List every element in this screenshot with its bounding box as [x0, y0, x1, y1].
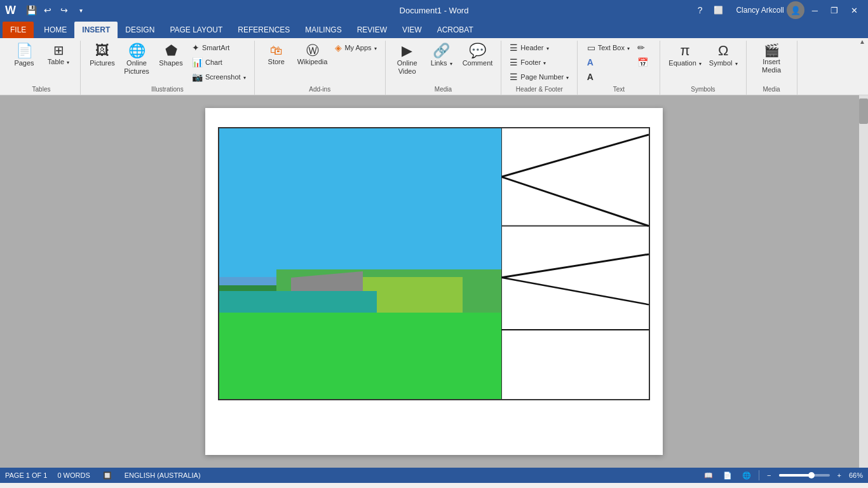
web-view-button[interactable]: 🌐 — [740, 470, 754, 481]
header-footer-small-group: ☰ Header ▾ ☰ Footer ▾ ☰ Page Number ▾ — [506, 41, 572, 84]
date-icon: 📅 — [637, 57, 648, 67]
header-button[interactable]: ☰ Header ▾ — [506, 41, 572, 55]
zoom-slider-fill — [779, 474, 813, 477]
teal-layer — [219, 291, 377, 313]
text-box-label: Text Box ▾ — [598, 44, 630, 51]
close-button[interactable]: ✕ — [846, 3, 863, 18]
status-bar: PAGE 1 OF 1 0 WORDS 🔲 ENGLISH (AUSTRALIA… — [0, 468, 868, 483]
help-button[interactable]: ? — [693, 3, 708, 18]
scrollbar-thumb[interactable] — [859, 98, 868, 124]
user-section: Clancy Arkcoll 👤 — [736, 1, 804, 19]
tab-page-layout[interactable]: PAGE LAYOUT — [162, 22, 230, 38]
table-button[interactable]: ⊞ Table ▾ — [42, 41, 75, 69]
online-pictures-icon: 🌐 — [128, 44, 146, 58]
tab-file[interactable]: FILE — [3, 22, 34, 38]
pictures-button[interactable]: 🖼 Pictures — [86, 41, 119, 71]
restore-button[interactable]: ❐ — [825, 3, 843, 18]
save-button[interactable]: 💾 — [24, 3, 39, 18]
zoom-out-button[interactable]: − — [764, 470, 773, 480]
tab-references[interactable]: REFERENCES — [230, 22, 297, 38]
chart-icon: 📊 — [192, 57, 203, 67]
page — [205, 108, 663, 455]
online-video-button[interactable]: ▶ OnlineVideo — [391, 41, 424, 79]
ribbon: 📄 Pages ⊞ Table ▾ Tables 🖼 Pictures 🌐 On… — [0, 38, 868, 95]
shapes-button[interactable]: ⬟ Shapes — [154, 41, 187, 71]
smartart-icon: ✦ — [192, 43, 200, 53]
ribbon-display-button[interactable]: ⬜ — [709, 3, 728, 17]
chart-button[interactable]: 📊 Chart — [189, 55, 249, 69]
insert-media-button[interactable]: 🎬 InsertMedia — [755, 41, 788, 78]
undo-button[interactable]: ↩ — [40, 3, 55, 18]
screenshot-button[interactable]: 📷 Screenshot ▾ — [189, 70, 249, 84]
comment-button[interactable]: 💬 Comment — [459, 41, 496, 71]
customize-qa-button[interactable]: ▾ — [73, 3, 88, 18]
user-name: Clancy Arkcoll — [736, 6, 783, 15]
ribbon-collapse-button[interactable]: ▲ — [859, 38, 865, 45]
proofing-button[interactable]: 🔲 — [100, 470, 114, 481]
insert-media-label: Media — [763, 85, 780, 95]
print-view-button[interactable]: 📄 — [721, 470, 735, 481]
insert-media-items: 🎬 InsertMedia — [755, 41, 788, 85]
zoom-slider-thumb[interactable] — [808, 472, 815, 478]
drawing-container — [218, 127, 650, 400]
read-view-button[interactable]: 📖 — [702, 470, 715, 481]
separator — [759, 470, 759, 480]
page-indicator: PAGE 1 OF 1 — [5, 471, 47, 479]
document-title: Document1 - Word — [400, 6, 469, 15]
my-apps-button[interactable]: ◈ My Apps ▾ — [332, 41, 379, 55]
symbol-button[interactable]: Ω Symbol ▾ — [706, 41, 741, 71]
links-button[interactable]: 🔗 Links ▾ — [425, 41, 458, 71]
redo-button[interactable]: ↪ — [57, 3, 72, 18]
text-label: Text — [613, 85, 625, 95]
chart-label: Chart — [205, 58, 222, 66]
store-button[interactable]: 🛍 Store — [260, 41, 293, 69]
signature-button[interactable]: ✏ — [634, 41, 654, 55]
tab-insert[interactable]: INSERT — [74, 22, 118, 38]
header-icon: ☰ — [510, 43, 518, 53]
ribbon-group-tables: 📄 Pages ⊞ Table ▾ Tables — [3, 41, 81, 95]
word-count: 0 WORDS — [57, 471, 90, 479]
zoom-in-button[interactable]: + — [835, 470, 844, 480]
wikipedia-icon: Ⓦ — [306, 44, 319, 57]
wikipedia-button[interactable]: Ⓦ Wikipedia — [294, 41, 331, 69]
word-icon: W — [5, 4, 16, 17]
vertical-scrollbar[interactable] — [859, 95, 868, 468]
ribbon-group-header-footer: ☰ Header ▾ ☰ Footer ▾ ☰ Page Number ▾ He… — [501, 41, 578, 95]
status-bar-right: 📖 📄 🌐 − + 66% — [702, 470, 863, 481]
drop-cap-button[interactable]: A — [584, 70, 633, 84]
ribbon-group-illustrations: 🖼 Pictures 🌐 OnlinePictures ⬟ Shapes ✦ S… — [81, 41, 255, 95]
text-box-icon: ▭ — [587, 43, 595, 53]
online-pictures-button[interactable]: 🌐 OnlinePictures — [120, 41, 153, 79]
addins-small-group: ◈ My Apps ▾ — [332, 41, 379, 55]
pictures-icon: 🖼 — [95, 44, 109, 58]
footer-button[interactable]: ☰ Footer ▾ — [506, 55, 572, 69]
equation-button[interactable]: π Equation ▾ — [665, 41, 704, 71]
wordart-button[interactable]: A — [584, 55, 633, 69]
tab-design[interactable]: DESIGN — [118, 22, 162, 38]
language-indicator: ENGLISH (AUSTRALIA) — [125, 471, 201, 479]
comment-icon: 💬 — [469, 44, 486, 58]
zoom-slider[interactable] — [779, 474, 830, 477]
pages-button[interactable]: 📄 Pages — [8, 41, 41, 71]
page-number-button[interactable]: ☰ Page Number ▾ — [506, 70, 572, 84]
illustrations-items: 🖼 Pictures 🌐 OnlinePictures ⬟ Shapes ✦ S… — [86, 41, 249, 85]
ribbon-group-symbols: π Equation ▾ Ω Symbol ▾ Symbols — [660, 41, 746, 95]
header-footer-label: Header & Footer — [516, 85, 563, 95]
tab-acrobat[interactable]: ACROBAT — [430, 22, 481, 38]
tab-view[interactable]: VIEW — [395, 22, 430, 38]
text-box-button[interactable]: ▭ Text Box ▾ — [584, 41, 633, 55]
tables-items: 📄 Pages ⊞ Table ▾ — [8, 41, 75, 85]
ribbon-group-insert-media: 🎬 InsertMedia Media — [747, 41, 797, 95]
tab-home[interactable]: HOME — [36, 22, 74, 38]
landscape-image — [219, 128, 505, 399]
document-area — [0, 95, 868, 468]
my-apps-icon: ◈ — [335, 43, 342, 53]
doc-content — [218, 127, 650, 449]
smartart-button[interactable]: ✦ SmartArt — [189, 41, 249, 55]
date-button[interactable]: 📅 — [634, 55, 654, 69]
tab-mailings[interactable]: MAILINGS — [297, 22, 349, 38]
minimize-button[interactable]: ─ — [807, 3, 823, 18]
tab-review[interactable]: REVIEW — [349, 22, 395, 38]
quick-access-toolbar: 💾 ↩ ↪ ▾ — [24, 3, 88, 18]
symbols-items: π Equation ▾ Ω Symbol ▾ — [665, 41, 740, 85]
